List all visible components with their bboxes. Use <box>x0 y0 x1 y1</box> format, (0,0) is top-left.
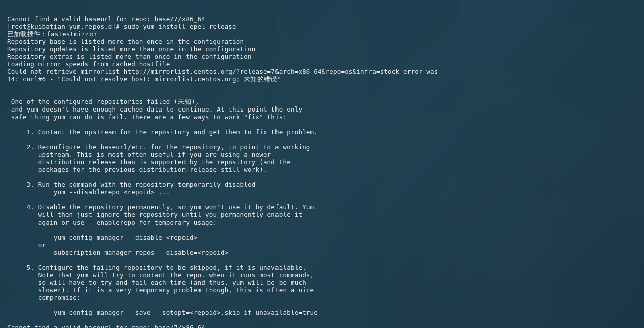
terminal-line: Cannot find a valid baseurl for repo: ba… <box>7 15 637 23</box>
terminal-line: Could not retrieve mirrorlist http://mir… <box>7 68 637 75</box>
terminal-line: 5. Configure the failing repository to b… <box>7 264 637 271</box>
terminal-line <box>7 226 637 234</box>
terminal-line <box>7 256 637 264</box>
terminal-line: 14: curl#6 - "Could not resolve host: mi… <box>7 75 637 83</box>
terminal-line: will then just ignore the repository unt… <box>7 211 637 218</box>
terminal-line: subscription-manager repos --disable=<re… <box>7 249 637 256</box>
terminal-line: yum-config-manager --save --setopt=<repo… <box>7 309 637 316</box>
terminal-line: 1. Contact the upstream for the reposito… <box>7 128 637 136</box>
terminal-line <box>7 173 637 181</box>
terminal-line: [root@kuibatian yum.repos.d]# sudo yum i… <box>7 23 637 30</box>
terminal-line: Loading mirror speeds from cached hostfi… <box>7 60 637 68</box>
terminal-line: Cannot find a valid baseurl for repo: ba… <box>7 324 637 328</box>
terminal-line: safe thing yum can do is fail. There are… <box>7 113 637 121</box>
terminal-line: Note that yum will try to contact the re… <box>7 271 637 279</box>
terminal-line <box>7 121 637 128</box>
terminal-line <box>7 316 637 324</box>
terminal-line <box>7 83 637 90</box>
terminal-line: and yum doesn't have enough cached data … <box>7 105 637 113</box>
terminal-line: upstream. This is most often useful if y… <box>7 151 637 158</box>
terminal-output[interactable]: Cannot find a valid baseurl for repo: ba… <box>0 0 644 328</box>
terminal-line: yum --disablerepo=<repoid> ... <box>7 188 637 196</box>
terminal-line: Repository base is listed more than once… <box>7 38 637 45</box>
terminal-line: 2. Reconfigure the baseurl/etc. for the … <box>7 143 637 151</box>
terminal-line: 3. Run the command with the repository t… <box>7 181 637 188</box>
terminal-line <box>7 301 637 309</box>
terminal-line: yum-config-manager --disable <repoid> <box>7 234 637 241</box>
terminal-line: One of the configured repositories faile… <box>7 98 637 105</box>
terminal-line: or <box>7 241 637 249</box>
terminal-line: compromise: <box>7 294 637 301</box>
terminal-line: distribution release than is supported b… <box>7 158 637 166</box>
terminal-line: 已加载插件：fastestmirror <box>7 30 637 38</box>
terminal-line <box>7 196 637 203</box>
terminal-line: Repository updates is listed more than o… <box>7 45 637 53</box>
terminal-line: Repository extras is listed more than on… <box>7 53 637 60</box>
terminal-line: packages for the previous distribution r… <box>7 166 637 173</box>
terminal-line <box>7 136 637 143</box>
terminal-line: again or use --enablerepo for temporary … <box>7 218 637 226</box>
terminal-line: so will have to try and fail each time (… <box>7 279 637 286</box>
terminal-line <box>7 90 637 98</box>
terminal-line: slower). If it is a very temporary probl… <box>7 286 637 294</box>
terminal-line: 4. Disable the repository permanently, s… <box>7 203 637 211</box>
